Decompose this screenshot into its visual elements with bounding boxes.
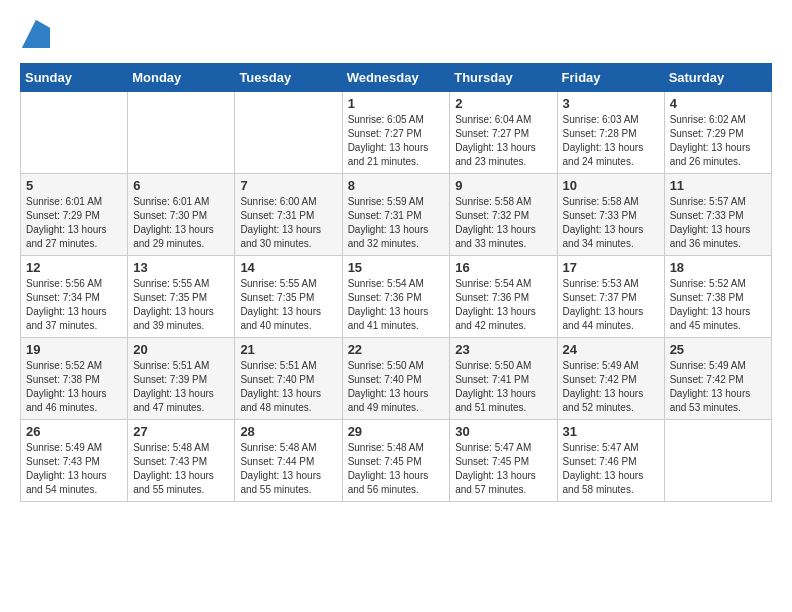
day-cell: 27Sunrise: 5:48 AM Sunset: 7:43 PM Dayli… bbox=[128, 420, 235, 502]
page-header bbox=[20, 20, 772, 53]
day-number: 10 bbox=[563, 178, 659, 193]
day-info: Sunrise: 5:47 AM Sunset: 7:45 PM Dayligh… bbox=[455, 441, 551, 497]
day-number: 15 bbox=[348, 260, 445, 275]
week-row-2: 5Sunrise: 6:01 AM Sunset: 7:29 PM Daylig… bbox=[21, 174, 772, 256]
day-number: 20 bbox=[133, 342, 229, 357]
day-cell: 1Sunrise: 6:05 AM Sunset: 7:27 PM Daylig… bbox=[342, 92, 450, 174]
day-cell: 9Sunrise: 5:58 AM Sunset: 7:32 PM Daylig… bbox=[450, 174, 557, 256]
day-cell: 20Sunrise: 5:51 AM Sunset: 7:39 PM Dayli… bbox=[128, 338, 235, 420]
day-number: 28 bbox=[240, 424, 336, 439]
day-number: 3 bbox=[563, 96, 659, 111]
day-info: Sunrise: 5:51 AM Sunset: 7:39 PM Dayligh… bbox=[133, 359, 229, 415]
day-number: 31 bbox=[563, 424, 659, 439]
day-cell: 23Sunrise: 5:50 AM Sunset: 7:41 PM Dayli… bbox=[450, 338, 557, 420]
day-cell: 8Sunrise: 5:59 AM Sunset: 7:31 PM Daylig… bbox=[342, 174, 450, 256]
day-cell: 7Sunrise: 6:00 AM Sunset: 7:31 PM Daylig… bbox=[235, 174, 342, 256]
day-cell bbox=[128, 92, 235, 174]
day-cell: 25Sunrise: 5:49 AM Sunset: 7:42 PM Dayli… bbox=[664, 338, 771, 420]
day-info: Sunrise: 6:01 AM Sunset: 7:30 PM Dayligh… bbox=[133, 195, 229, 251]
day-info: Sunrise: 5:48 AM Sunset: 7:43 PM Dayligh… bbox=[133, 441, 229, 497]
day-number: 6 bbox=[133, 178, 229, 193]
day-cell: 29Sunrise: 5:48 AM Sunset: 7:45 PM Dayli… bbox=[342, 420, 450, 502]
day-info: Sunrise: 5:49 AM Sunset: 7:42 PM Dayligh… bbox=[670, 359, 766, 415]
day-info: Sunrise: 5:48 AM Sunset: 7:45 PM Dayligh… bbox=[348, 441, 445, 497]
day-info: Sunrise: 6:04 AM Sunset: 7:27 PM Dayligh… bbox=[455, 113, 551, 169]
weekday-header-thursday: Thursday bbox=[450, 64, 557, 92]
week-row-1: 1Sunrise: 6:05 AM Sunset: 7:27 PM Daylig… bbox=[21, 92, 772, 174]
day-number: 1 bbox=[348, 96, 445, 111]
day-number: 9 bbox=[455, 178, 551, 193]
day-cell: 19Sunrise: 5:52 AM Sunset: 7:38 PM Dayli… bbox=[21, 338, 128, 420]
day-cell: 6Sunrise: 6:01 AM Sunset: 7:30 PM Daylig… bbox=[128, 174, 235, 256]
day-info: Sunrise: 5:54 AM Sunset: 7:36 PM Dayligh… bbox=[455, 277, 551, 333]
day-cell bbox=[664, 420, 771, 502]
day-cell: 5Sunrise: 6:01 AM Sunset: 7:29 PM Daylig… bbox=[21, 174, 128, 256]
day-number: 4 bbox=[670, 96, 766, 111]
day-info: Sunrise: 6:03 AM Sunset: 7:28 PM Dayligh… bbox=[563, 113, 659, 169]
week-row-4: 19Sunrise: 5:52 AM Sunset: 7:38 PM Dayli… bbox=[21, 338, 772, 420]
day-number: 25 bbox=[670, 342, 766, 357]
day-number: 27 bbox=[133, 424, 229, 439]
day-number: 12 bbox=[26, 260, 122, 275]
day-info: Sunrise: 5:50 AM Sunset: 7:40 PM Dayligh… bbox=[348, 359, 445, 415]
day-cell: 13Sunrise: 5:55 AM Sunset: 7:35 PM Dayli… bbox=[128, 256, 235, 338]
week-row-3: 12Sunrise: 5:56 AM Sunset: 7:34 PM Dayli… bbox=[21, 256, 772, 338]
week-row-5: 26Sunrise: 5:49 AM Sunset: 7:43 PM Dayli… bbox=[21, 420, 772, 502]
day-cell bbox=[21, 92, 128, 174]
day-info: Sunrise: 5:56 AM Sunset: 7:34 PM Dayligh… bbox=[26, 277, 122, 333]
day-info: Sunrise: 5:49 AM Sunset: 7:43 PM Dayligh… bbox=[26, 441, 122, 497]
day-number: 16 bbox=[455, 260, 551, 275]
day-info: Sunrise: 5:55 AM Sunset: 7:35 PM Dayligh… bbox=[133, 277, 229, 333]
day-info: Sunrise: 5:59 AM Sunset: 7:31 PM Dayligh… bbox=[348, 195, 445, 251]
day-cell: 17Sunrise: 5:53 AM Sunset: 7:37 PM Dayli… bbox=[557, 256, 664, 338]
day-info: Sunrise: 5:51 AM Sunset: 7:40 PM Dayligh… bbox=[240, 359, 336, 415]
day-info: Sunrise: 6:00 AM Sunset: 7:31 PM Dayligh… bbox=[240, 195, 336, 251]
day-info: Sunrise: 5:50 AM Sunset: 7:41 PM Dayligh… bbox=[455, 359, 551, 415]
day-cell: 15Sunrise: 5:54 AM Sunset: 7:36 PM Dayli… bbox=[342, 256, 450, 338]
day-cell: 11Sunrise: 5:57 AM Sunset: 7:33 PM Dayli… bbox=[664, 174, 771, 256]
day-number: 30 bbox=[455, 424, 551, 439]
day-info: Sunrise: 5:58 AM Sunset: 7:32 PM Dayligh… bbox=[455, 195, 551, 251]
day-cell: 26Sunrise: 5:49 AM Sunset: 7:43 PM Dayli… bbox=[21, 420, 128, 502]
day-info: Sunrise: 5:58 AM Sunset: 7:33 PM Dayligh… bbox=[563, 195, 659, 251]
day-cell: 31Sunrise: 5:47 AM Sunset: 7:46 PM Dayli… bbox=[557, 420, 664, 502]
day-number: 14 bbox=[240, 260, 336, 275]
day-cell: 30Sunrise: 5:47 AM Sunset: 7:45 PM Dayli… bbox=[450, 420, 557, 502]
day-info: Sunrise: 5:49 AM Sunset: 7:42 PM Dayligh… bbox=[563, 359, 659, 415]
day-cell: 3Sunrise: 6:03 AM Sunset: 7:28 PM Daylig… bbox=[557, 92, 664, 174]
day-cell: 18Sunrise: 5:52 AM Sunset: 7:38 PM Dayli… bbox=[664, 256, 771, 338]
day-number: 22 bbox=[348, 342, 445, 357]
day-number: 13 bbox=[133, 260, 229, 275]
day-cell: 2Sunrise: 6:04 AM Sunset: 7:27 PM Daylig… bbox=[450, 92, 557, 174]
svg-marker-1 bbox=[22, 20, 50, 48]
day-info: Sunrise: 5:54 AM Sunset: 7:36 PM Dayligh… bbox=[348, 277, 445, 333]
day-info: Sunrise: 6:05 AM Sunset: 7:27 PM Dayligh… bbox=[348, 113, 445, 169]
day-number: 2 bbox=[455, 96, 551, 111]
day-info: Sunrise: 5:55 AM Sunset: 7:35 PM Dayligh… bbox=[240, 277, 336, 333]
day-cell: 4Sunrise: 6:02 AM Sunset: 7:29 PM Daylig… bbox=[664, 92, 771, 174]
day-info: Sunrise: 5:47 AM Sunset: 7:46 PM Dayligh… bbox=[563, 441, 659, 497]
day-number: 21 bbox=[240, 342, 336, 357]
day-number: 11 bbox=[670, 178, 766, 193]
day-cell: 14Sunrise: 5:55 AM Sunset: 7:35 PM Dayli… bbox=[235, 256, 342, 338]
logo-icon bbox=[22, 20, 50, 48]
day-number: 24 bbox=[563, 342, 659, 357]
day-cell: 24Sunrise: 5:49 AM Sunset: 7:42 PM Dayli… bbox=[557, 338, 664, 420]
day-number: 8 bbox=[348, 178, 445, 193]
day-info: Sunrise: 6:02 AM Sunset: 7:29 PM Dayligh… bbox=[670, 113, 766, 169]
day-number: 5 bbox=[26, 178, 122, 193]
weekday-header-tuesday: Tuesday bbox=[235, 64, 342, 92]
day-number: 19 bbox=[26, 342, 122, 357]
weekday-header-monday: Monday bbox=[128, 64, 235, 92]
day-number: 18 bbox=[670, 260, 766, 275]
day-cell: 22Sunrise: 5:50 AM Sunset: 7:40 PM Dayli… bbox=[342, 338, 450, 420]
day-number: 23 bbox=[455, 342, 551, 357]
day-info: Sunrise: 5:52 AM Sunset: 7:38 PM Dayligh… bbox=[26, 359, 122, 415]
day-cell bbox=[235, 92, 342, 174]
day-cell: 10Sunrise: 5:58 AM Sunset: 7:33 PM Dayli… bbox=[557, 174, 664, 256]
weekday-header-sunday: Sunday bbox=[21, 64, 128, 92]
day-cell: 12Sunrise: 5:56 AM Sunset: 7:34 PM Dayli… bbox=[21, 256, 128, 338]
day-info: Sunrise: 5:48 AM Sunset: 7:44 PM Dayligh… bbox=[240, 441, 336, 497]
logo bbox=[20, 20, 50, 53]
day-info: Sunrise: 6:01 AM Sunset: 7:29 PM Dayligh… bbox=[26, 195, 122, 251]
